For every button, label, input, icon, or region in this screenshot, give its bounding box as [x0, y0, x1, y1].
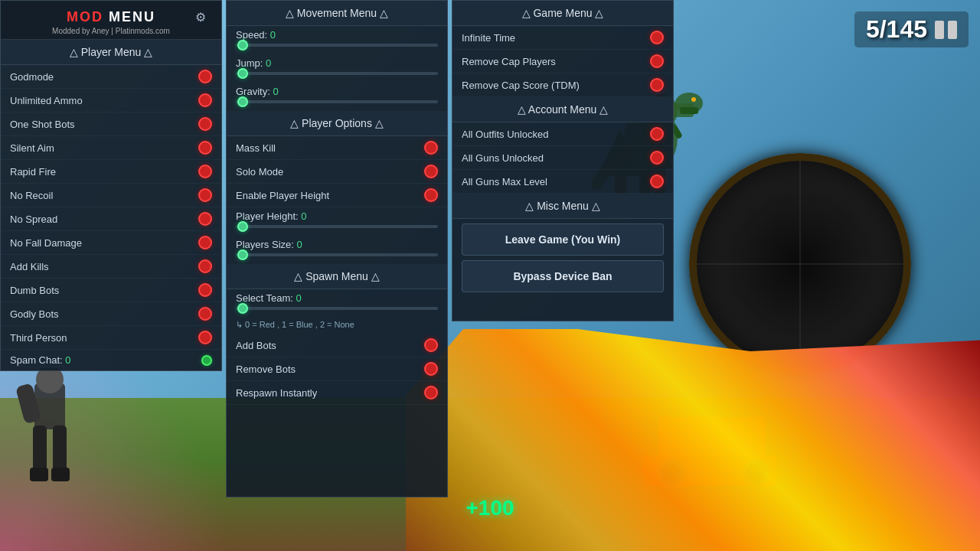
kill-feed: +100 [466, 496, 514, 520]
remove-cap-score-item[interactable]: Remove Cap Score (TDM) [452, 73, 673, 97]
leave-game-button[interactable]: Leave Game (You Win) [462, 223, 664, 256]
no-spread-toggle[interactable] [198, 212, 212, 226]
godmode-toggle[interactable] [198, 70, 212, 83]
mod-menu-header: MOD MENU ⚙ Modded by Aney | Platinmods.c… [1, 1, 221, 40]
no-fall-damage-item[interactable]: No Fall Damage [1, 231, 221, 255]
hud-score: 5/145 [854, 11, 969, 47]
player-height-slider-track[interactable] [236, 225, 438, 228]
jump-slider-container: Jump: 0 [227, 54, 447, 83]
respawn-instantly-toggle[interactable] [424, 386, 438, 399]
bypass-device-ban-button[interactable]: Bypass Device Ban [462, 260, 664, 292]
remove-cap-score-toggle[interactable] [650, 78, 664, 92]
spawn-menu-header: △ Spawn Menu △ [227, 264, 447, 289]
speed-label: Speed: 0 [236, 29, 438, 41]
silent-aim-toggle[interactable] [198, 141, 212, 155]
dumb-bots-toggle[interactable] [198, 283, 212, 297]
player-options-header: △ Player Options △ [227, 111, 447, 136]
add-bots-item[interactable]: Add Bots [227, 334, 447, 357]
add-kills-item[interactable]: Add Kills [1, 255, 221, 279]
all-outfits-label: All Outfits Unlocked [462, 129, 548, 140]
respawn-instantly-item[interactable]: Respawn Instantly [227, 381, 447, 405]
mass-kill-label: Mass Kill [236, 142, 276, 154]
add-kills-toggle[interactable] [198, 259, 212, 273]
godmode-label: Godmode [10, 71, 54, 83]
add-bots-toggle[interactable] [424, 338, 438, 352]
gravity-slider-track[interactable] [236, 100, 438, 103]
ammo-icon-2 [948, 21, 957, 39]
infinite-time-toggle[interactable] [650, 31, 664, 44]
players-size-slider-thumb[interactable] [237, 249, 248, 260]
player-height-slider-thumb[interactable] [237, 221, 248, 232]
players-size-label: Players Size: 0 [236, 239, 438, 250]
silent-aim-label: Silent Aim [10, 142, 54, 154]
mod-menu-title: MOD MENU [67, 9, 155, 25]
account-menu-header: △ Account Menu △ [452, 97, 673, 122]
dumb-bots-item[interactable]: Dumb Bots [1, 279, 221, 302]
players-size-slider-container: Players Size: 0 [227, 236, 447, 264]
dumb-bots-label: Dumb Bots [10, 285, 59, 296]
jump-slider-track[interactable] [236, 72, 438, 75]
all-guns-toggle[interactable] [650, 151, 664, 165]
select-team-label: Select Team: 0 [236, 292, 438, 304]
third-person-toggle[interactable] [198, 331, 212, 344]
player-height-slider-container: Player Height: 0 [227, 207, 447, 236]
all-outfits-toggle[interactable] [650, 127, 664, 141]
speed-slider-track[interactable] [236, 44, 438, 47]
remove-bots-label: Remove Bots [236, 364, 296, 375]
no-fall-damage-label: No Fall Damage [10, 237, 82, 249]
enable-player-height-toggle[interactable] [424, 188, 438, 202]
godly-bots-item[interactable]: Godly Bots [1, 302, 221, 326]
godly-bots-label: Godly Bots [10, 308, 59, 320]
respawn-instantly-label: Respawn Instantly [236, 387, 317, 399]
all-guns-max-level-item[interactable]: All Guns Max Level [452, 170, 673, 194]
players-size-slider-track[interactable] [236, 253, 438, 256]
select-team-slider-thumb[interactable] [237, 303, 248, 314]
speed-slider-thumb[interactable] [237, 40, 248, 51]
unlimited-ammo-toggle[interactable] [198, 93, 212, 107]
gravity-slider-container: Gravity: 0 [227, 83, 447, 111]
settings-icon[interactable]: ⚙ [195, 11, 206, 24]
solo-mode-toggle[interactable] [424, 165, 438, 178]
mod-title-menu: MENU [109, 9, 155, 24]
rapid-fire-item[interactable]: Rapid Fire [1, 160, 221, 184]
mass-kill-item[interactable]: Mass Kill [227, 136, 447, 160]
remove-cap-players-label: Remove Cap Players [462, 56, 556, 67]
remove-cap-players-toggle[interactable] [650, 54, 664, 68]
remove-bots-toggle[interactable] [424, 362, 438, 376]
no-recoil-toggle[interactable] [198, 188, 212, 202]
gravity-label: Gravity: 0 [236, 86, 438, 97]
no-fall-damage-toggle[interactable] [198, 236, 212, 249]
gravity-slider-thumb[interactable] [237, 96, 248, 107]
mod-menu-subtitle: Modded by Aney | Platinmods.com [8, 27, 214, 35]
spam-chat-dot[interactable] [201, 355, 212, 366]
jump-slider-thumb[interactable] [237, 68, 248, 79]
remove-cap-players-item[interactable]: Remove Cap Players [452, 50, 673, 73]
no-spread-item[interactable]: No Spread [1, 207, 221, 231]
one-shot-bots-toggle[interactable] [198, 117, 212, 131]
remove-bots-item[interactable]: Remove Bots [227, 357, 447, 381]
all-guns-label: All Guns Unlocked [462, 152, 544, 164]
silent-aim-item[interactable]: Silent Aim [1, 136, 221, 160]
unlimited-ammo-item[interactable]: Unlimited Ammo [1, 89, 221, 112]
select-team-slider-container: Select Team: 0 [227, 289, 447, 318]
spam-chat-row: Spam Chat: 0 [1, 350, 221, 370]
select-team-slider-track[interactable] [236, 307, 438, 310]
speed-slider-container: Speed: 0 [227, 26, 447, 54]
one-shot-bots-label: One Shot Bots [10, 119, 75, 130]
player-menu-section-header: △ Player Menu △ [1, 40, 221, 65]
all-guns-item[interactable]: All Guns Unlocked [452, 146, 673, 170]
mass-kill-toggle[interactable] [424, 141, 438, 155]
infinite-time-item[interactable]: Infinite Time [452, 26, 673, 50]
all-outfits-item[interactable]: All Outfits Unlocked [452, 122, 673, 146]
godly-bots-toggle[interactable] [198, 307, 212, 321]
third-person-item[interactable]: Third Person [1, 326, 221, 350]
no-recoil-item[interactable]: No Recoil [1, 184, 221, 207]
godmode-item[interactable]: Godmode [1, 65, 221, 89]
all-guns-max-level-toggle[interactable] [650, 174, 664, 188]
spam-chat-label: Spam Chat: 0 [10, 354, 71, 366]
solo-mode-item[interactable]: Solo Mode [227, 160, 447, 184]
rapid-fire-toggle[interactable] [198, 165, 212, 178]
game-menu-header: △ Game Menu △ [452, 1, 673, 26]
enable-player-height-item[interactable]: Enable Player Height [227, 184, 447, 207]
one-shot-bots-item[interactable]: One Shot Bots [1, 112, 221, 136]
